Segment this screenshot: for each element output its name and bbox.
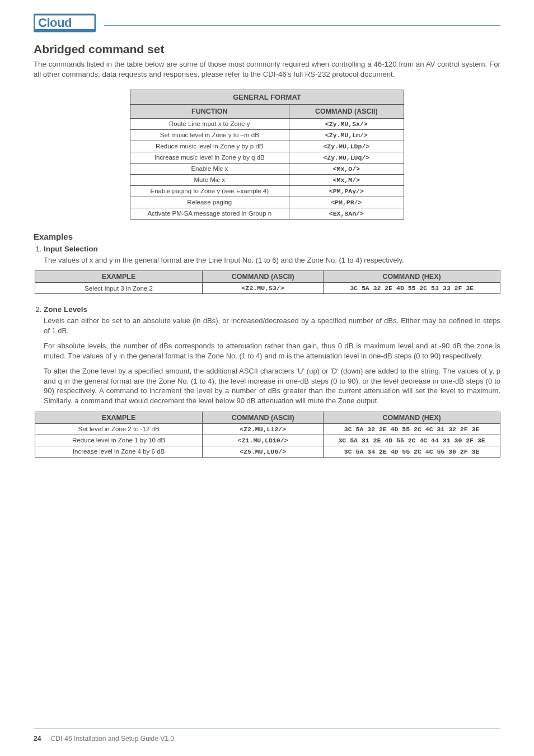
table-row: Route Line Input x to Zone y<Zy.MU,Sx/>: [130, 118, 404, 129]
example-title: Input Selection: [44, 245, 98, 253]
table-row: Set music level in Zone y to –m dB<Zy.MU…: [130, 129, 404, 141]
header-row: Cloud: [34, 0, 500, 35]
table-row: Reduce music level in Zone y by p dB<Zy.…: [130, 141, 404, 152]
example-text: Levels can either be set to an absolute …: [44, 316, 500, 335]
page-number: 24: [34, 735, 41, 743]
table-row: Set level in Zone 2 to -12 dB <Z2.MU,L12…: [35, 423, 500, 435]
example-1: Input Selection The values of x and y in…: [44, 245, 500, 306]
example-text: To alter the Zone level by a specified a…: [44, 366, 500, 405]
examples-heading: Examples: [34, 232, 500, 241]
table-row: Enable Mic x<Mx,O/>: [130, 163, 404, 174]
footer-title: CDI-46 Installation and Setup Guide V1.0: [51, 735, 174, 743]
section-heading: Abridged command set: [34, 43, 500, 56]
table-row: Increase level in Zone 4 by 6 dB <Z5.MU,…: [35, 446, 500, 457]
table-row: Release paging<PM,PR/>: [130, 197, 404, 208]
svg-text:Cloud: Cloud: [38, 16, 72, 30]
page-footer: 24 CDI-46 Installation and Setup Guide V…: [34, 729, 500, 743]
table-row: Select Input 3 in Zone 2 <Z2.MU,S3/> 3C …: [35, 283, 500, 294]
example-2: Zone Levels Levels can either be set to …: [44, 305, 500, 468]
table-row: Reduce level in Zone 1 by 10 dB <Z1.MU,L…: [35, 435, 500, 446]
table-row: Enable paging to Zone y (see Example 4)<…: [130, 185, 404, 197]
col-function: FUNCTION: [130, 104, 289, 118]
zone-levels-table: EXAMPLE COMMAND (ASCII) COMMAND (HEX) Se…: [35, 412, 500, 458]
example-text: For absolute levels, the number of dBs c…: [44, 341, 500, 361]
intro-paragraph: The commands listed in the table below a…: [34, 59, 500, 80]
input-selection-table: EXAMPLE COMMAND (ASCII) COMMAND (HEX) Se…: [35, 270, 500, 294]
general-format-table: GENERAL FORMAT FUNCTION COMMAND (ASCII) …: [130, 90, 404, 220]
col-command: COMMAND (ASCII): [289, 104, 404, 118]
table-row: Increase music level in Zone y by q dB<Z…: [130, 152, 404, 163]
example-title: Zone Levels: [44, 305, 87, 314]
cloud-logo: Cloud: [34, 12, 96, 35]
table-row: Activate PM-SA message stored in Group n…: [130, 208, 404, 219]
table-row: Mute Mic x<Mx,M/>: [130, 174, 404, 185]
example-text: The values of x and y in the general for…: [44, 255, 500, 265]
header-rule: [104, 25, 500, 26]
table-title: GENERAL FORMAT: [130, 90, 404, 104]
